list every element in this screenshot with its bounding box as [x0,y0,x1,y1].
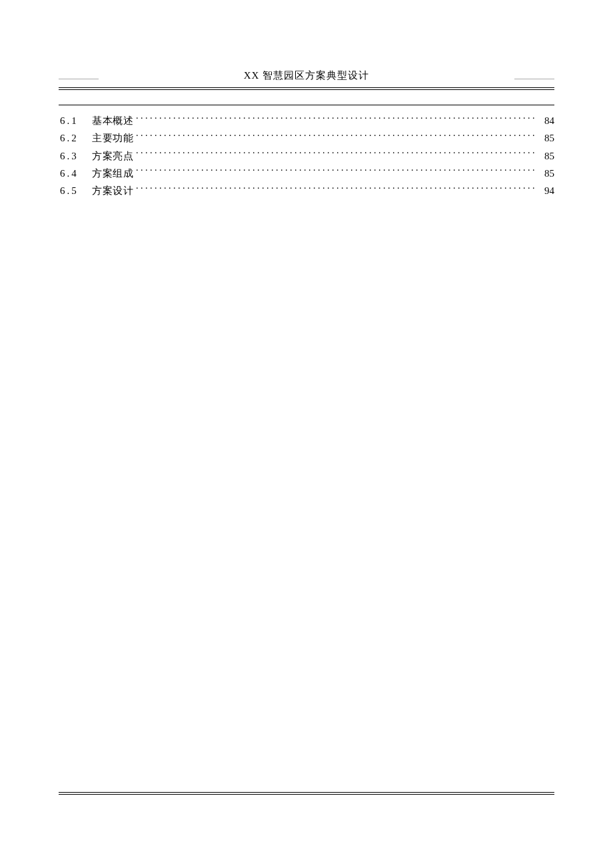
header-dash-right [514,83,554,87]
toc-entry[interactable]: 6.1 基本概述 84 [59,112,554,129]
toc-entry[interactable]: 6.3 方案亮点 85 [59,147,554,165]
header-dash-left [59,83,99,87]
toc-entry[interactable]: 6.4 方案组成 85 [59,165,554,182]
toc-dot-leader [136,149,537,159]
footer-rule [59,792,554,795]
toc-entry-number: 6.4 [59,165,92,182]
header-rule [59,87,554,90]
toc-entry-page: 85 [540,165,554,182]
toc-entry-page: 84 [540,112,554,129]
toc-top-rule [59,105,554,105]
toc-dot-leader [136,184,537,194]
toc-entry[interactable]: 6.5 方案设计 94 [59,182,554,199]
toc-entry-title: 方案亮点 [92,147,133,165]
toc-entry-number: 6.3 [59,147,92,165]
toc-entry[interactable]: 6.2 主要功能 85 [59,129,554,147]
document-page: XX 智慧园区方案典型设计 6.1 基本概述 84 6.2 主要功能 85 6.… [0,0,613,868]
toc-entry-page: 85 [540,147,554,165]
toc-dot-leader [136,114,537,124]
toc-entry-page: 85 [540,129,554,147]
toc-entry-number: 6.5 [59,182,92,199]
toc-entry-title: 方案组成 [92,165,133,182]
toc-dot-leader [136,167,537,177]
toc-entry-title: 方案设计 [92,182,133,199]
toc-entry-title: 基本概述 [92,112,133,129]
toc-dot-leader [136,131,537,141]
page-header-title: XX 智慧园区方案典型设计 [59,69,554,86]
toc-entry-number: 6.2 [59,129,92,147]
toc-entry-page: 94 [540,182,554,199]
toc-entry-number: 6.1 [59,112,92,129]
toc-entry-title: 主要功能 [92,129,133,147]
table-of-contents: 6.1 基本概述 84 6.2 主要功能 85 6.3 方案亮点 85 6.4 … [59,105,554,199]
